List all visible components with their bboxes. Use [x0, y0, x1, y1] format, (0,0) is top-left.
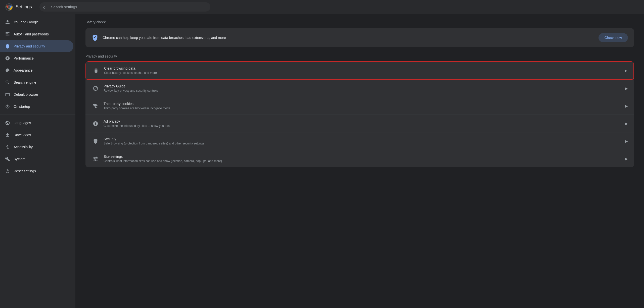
settings-item-privacy-guide[interactable]: Privacy Guide Review key privacy and sec…	[85, 80, 634, 97]
safety-check-left: Chrome can help keep you safe from data …	[91, 34, 226, 41]
sidebar-label-appearance: Appearance	[14, 68, 33, 72]
cookie-icon	[91, 102, 100, 110]
sidebar-label-accessibility: Accessibility	[14, 145, 33, 149]
sliders-icon	[91, 155, 100, 163]
check-now-button[interactable]: Check now	[599, 33, 628, 42]
sidebar-label-languages: Languages	[14, 121, 31, 125]
gauge-icon	[5, 56, 10, 61]
sidebar-label-on-startup: On startup	[14, 105, 30, 109]
chrome-logo-icon	[5, 3, 13, 11]
person-icon	[5, 20, 10, 25]
cookies-text: Third-party cookies Third-party cookies …	[104, 102, 622, 110]
autofill-icon	[5, 32, 10, 37]
sidebar-item-downloads[interactable]: Downloads	[0, 129, 73, 141]
privacy-guide-arrow: ▶	[625, 86, 628, 90]
security-title: Security	[104, 137, 622, 141]
cookies-title: Third-party cookies	[104, 102, 622, 106]
wrench-icon	[5, 157, 10, 162]
palette-icon	[5, 68, 10, 73]
search-small-icon	[5, 80, 10, 85]
clear-browsing-subtitle: Clear history, cookies, cache, and more	[104, 71, 622, 75]
clear-browsing-text: Clear browsing data Clear history, cooki…	[104, 66, 622, 75]
power-icon	[5, 104, 10, 109]
safety-check-title: Safety check	[85, 20, 634, 24]
site-settings-subtitle: Controls what information sites can use …	[104, 159, 622, 163]
content-area: Safety check Chrome can help keep you sa…	[75, 14, 644, 308]
site-settings-arrow: ▶	[625, 157, 628, 161]
header: Settings ☌	[0, 0, 644, 14]
sidebar-item-appearance[interactable]: Appearance	[0, 64, 73, 76]
sidebar-divider	[0, 115, 75, 115]
cookies-subtitle: Third-party cookies are blocked in Incog…	[104, 107, 622, 110]
site-settings-title: Site settings	[104, 155, 622, 159]
security-subtitle: Safe Browsing (protection from dangerous…	[104, 142, 622, 145]
sidebar-item-accessibility[interactable]: Accessibility	[0, 141, 73, 153]
accessibility-icon	[5, 144, 10, 149]
privacy-guide-text: Privacy Guide Review key privacy and sec…	[104, 84, 622, 92]
sidebar-label-downloads: Downloads	[14, 133, 31, 137]
clear-browsing-title: Clear browsing data	[104, 66, 622, 70]
app-title: Settings	[16, 4, 32, 10]
settings-item-site-settings[interactable]: Site settings Controls what information …	[85, 150, 634, 167]
sidebar-item-on-startup[interactable]: On startup	[0, 100, 73, 113]
settings-item-ad-privacy[interactable]: Ad privacy Customize the info used by si…	[85, 115, 634, 132]
safety-check-description: Chrome can help keep you safe from data …	[103, 36, 226, 40]
sidebar-label-system: System	[14, 157, 25, 161]
compass-icon	[91, 84, 100, 92]
sidebar-label-you-and-google: You and Google	[14, 20, 39, 24]
sidebar-item-privacy[interactable]: Privacy and security	[0, 40, 73, 52]
globe-icon	[5, 120, 10, 125]
clear-browsing-arrow: ▶	[625, 69, 627, 73]
privacy-guide-title: Privacy Guide	[104, 84, 622, 88]
safety-check-card: Chrome can help keep you safe from data …	[85, 28, 634, 47]
security-arrow: ▶	[625, 139, 628, 143]
sidebar-label-default-browser: Default browser	[14, 92, 38, 96]
security-text: Security Safe Browsing (protection from …	[104, 137, 622, 145]
sidebar-item-reset[interactable]: Reset settings	[0, 165, 73, 177]
sidebar-item-you-and-google[interactable]: You and Google	[0, 16, 73, 28]
settings-item-cookies[interactable]: Third-party cookies Third-party cookies …	[85, 97, 634, 115]
site-settings-text: Site settings Controls what information …	[104, 155, 622, 163]
sidebar-item-search-engine[interactable]: Search engine	[0, 76, 73, 88]
ad-privacy-subtitle: Customize the info used by sites to show…	[104, 124, 622, 128]
shield-icon	[5, 44, 10, 49]
logo-area: Settings	[5, 3, 32, 11]
sidebar-label-autofill: Autofill and passwords	[14, 32, 49, 36]
sidebar-label-performance: Performance	[14, 56, 34, 60]
download-icon	[5, 132, 10, 137]
browser-icon	[5, 92, 10, 97]
settings-list: Clear browsing data Clear history, cooki…	[85, 61, 634, 167]
sidebar-item-languages[interactable]: Languages	[0, 117, 73, 129]
search-icon: ☌	[43, 5, 46, 9]
search-bar[interactable]: ☌	[39, 2, 210, 12]
sidebar-label-privacy: Privacy and security	[14, 44, 45, 48]
security-shield-icon	[91, 137, 100, 145]
sidebar-item-default-browser[interactable]: Default browser	[0, 88, 73, 100]
sidebar-item-autofill[interactable]: Autofill and passwords	[0, 28, 73, 40]
settings-item-security[interactable]: Security Safe Browsing (protection from …	[85, 132, 634, 150]
svg-point-3	[8, 6, 10, 8]
sidebar: You and Google Autofill and passwords Pr…	[0, 14, 75, 308]
svg-point-4	[7, 145, 8, 146]
main-layout: You and Google Autofill and passwords Pr…	[0, 14, 644, 308]
sidebar-label-reset: Reset settings	[14, 169, 36, 173]
sidebar-label-search-engine: Search engine	[14, 80, 36, 84]
safety-shield-icon	[91, 34, 99, 41]
reset-icon	[5, 169, 10, 174]
trash-icon	[92, 67, 100, 75]
ad-privacy-icon	[91, 120, 100, 128]
cookies-arrow: ▶	[625, 104, 628, 108]
privacy-guide-subtitle: Review key privacy and security controls	[104, 89, 622, 92]
ad-privacy-arrow: ▶	[625, 122, 628, 126]
sidebar-item-performance[interactable]: Performance	[0, 52, 73, 64]
search-input[interactable]	[39, 2, 210, 12]
ad-privacy-text: Ad privacy Customize the info used by si…	[104, 119, 622, 128]
sidebar-item-system[interactable]: System	[0, 153, 73, 165]
ad-privacy-title: Ad privacy	[104, 119, 622, 123]
settings-item-clear-browsing[interactable]: Clear browsing data Clear history, cooki…	[85, 61, 634, 80]
privacy-section-title: Privacy and security	[85, 54, 634, 58]
